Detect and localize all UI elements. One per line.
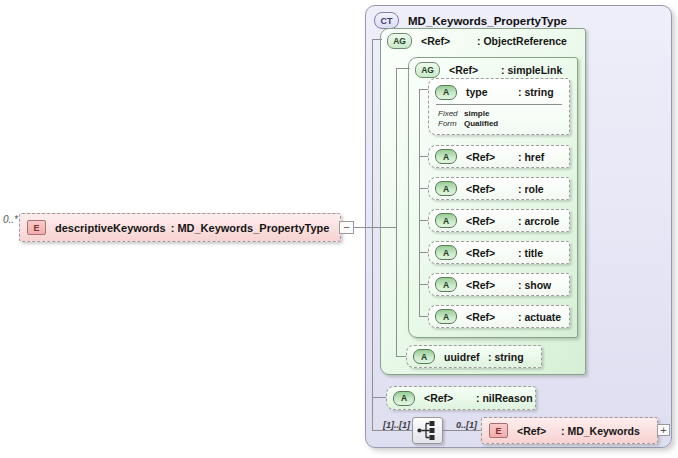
- attribute-icon: A: [413, 349, 435, 364]
- attr-row-role[interactable]: A <Ref> : role: [428, 177, 570, 200]
- attr-type: : actuate: [518, 311, 561, 323]
- md-keywords-element-box[interactable]: E <Ref> : MD_Keywords: [481, 417, 658, 444]
- attribute-group-icon: AG: [387, 33, 412, 49]
- attr-type: : string: [488, 351, 524, 363]
- attr-row-actuate[interactable]: A <Ref> : actuate: [428, 305, 570, 328]
- attr-name: <Ref>: [466, 311, 518, 323]
- connector-branch-simplelink: [396, 68, 410, 69]
- simplelink-name: <Ref>: [449, 64, 501, 76]
- attribute-icon: A: [435, 213, 457, 228]
- element-icon: E: [489, 423, 508, 438]
- attr-row-href[interactable]: A <Ref> : href: [428, 145, 570, 168]
- attribute-icon: A: [435, 309, 457, 324]
- attribute-icon: A: [435, 85, 457, 100]
- attribute-icon: A: [435, 149, 457, 164]
- facet-separator: [436, 104, 562, 105]
- connector-branch-objectreference: [372, 39, 382, 40]
- attr-name: <Ref>: [466, 215, 518, 227]
- connector-trunk-simplelink: [419, 89, 420, 317]
- element-type: : MD_Keywords_PropertyType: [171, 222, 330, 234]
- connector-branch-sequence: [372, 430, 412, 431]
- connector-branch-mdkeywords: [443, 430, 481, 431]
- attr-name: <Ref>: [466, 247, 518, 259]
- attr-row-nilreason[interactable]: A <Ref> : nilReason: [386, 386, 536, 410]
- attr-type: : role: [518, 183, 544, 195]
- element-cardinality: 0..*: [3, 214, 18, 225]
- attr-name: type: [466, 86, 518, 98]
- collapse-toggle[interactable]: −: [339, 221, 354, 234]
- attr-type: : string: [518, 86, 554, 98]
- attribute-group-icon: AG: [415, 62, 440, 78]
- attr-row-type[interactable]: A type : string Fixed simple Form Qualif…: [428, 78, 570, 135]
- attr-type: : arcrole: [518, 215, 559, 227]
- attr-row-show[interactable]: A <Ref> : show: [428, 273, 570, 296]
- attr-name: <Ref>: [466, 151, 518, 163]
- object-reference-type: : ObjectReference: [477, 35, 567, 47]
- attr-row-uuidref[interactable]: A uuidref : string: [406, 345, 542, 368]
- element-icon: E: [27, 220, 46, 235]
- element-ref-type: : MD_Keywords: [561, 425, 640, 437]
- element-ref-name: <Ref>: [517, 425, 561, 437]
- facet-value: Qualified: [464, 119, 498, 128]
- facet-label: Fixed: [438, 109, 464, 118]
- attribute-icon: A: [435, 277, 457, 292]
- attribute-icon: A: [435, 181, 457, 196]
- attribute-icon: A: [393, 391, 415, 406]
- attr-name: uuidref: [444, 351, 488, 363]
- attr-name: <Ref>: [466, 183, 518, 195]
- sequence-cardinality-left: [1]..[1]: [383, 420, 410, 430]
- attr-type: : href: [518, 151, 544, 163]
- attr-type: : title: [518, 247, 543, 259]
- attribute-icon: A: [435, 245, 457, 260]
- attr-type: : show: [518, 279, 551, 291]
- attr-row-title[interactable]: A <Ref> : title: [428, 241, 570, 264]
- descriptive-keywords-element-box[interactable]: E descriptiveKeywords : MD_Keywords_Prop…: [19, 213, 341, 242]
- attr-name: <Ref>: [466, 279, 518, 291]
- element-label: descriptiveKeywords: [55, 222, 166, 234]
- attr-row-arcrole[interactable]: A <Ref> : arcrole: [428, 209, 570, 232]
- schema-diagram: CT MD_Keywords_PropertyType AG <Ref> : O…: [0, 0, 678, 458]
- facet-label: Form: [438, 119, 464, 128]
- complex-type-icon: CT: [374, 12, 399, 29]
- sequence-compositor-icon[interactable]: [412, 417, 443, 444]
- complex-type-title: MD_Keywords_PropertyType: [408, 15, 567, 27]
- connector-trunk-ct: [372, 39, 373, 431]
- sequence-cardinality-right: 0..[1]: [456, 420, 477, 430]
- attr-name: <Ref>: [424, 392, 476, 404]
- attr-type: : nilReason: [476, 392, 533, 404]
- simplelink-type: : simpleLink: [501, 64, 562, 76]
- connector-trunk-objectreference: [396, 68, 397, 357]
- expand-toggle[interactable]: +: [657, 424, 670, 436]
- object-reference-name: <Ref>: [421, 35, 477, 47]
- facet-value: simple: [464, 109, 489, 118]
- sequence-glyph: [415, 419, 440, 442]
- connector-entry: [354, 227, 396, 228]
